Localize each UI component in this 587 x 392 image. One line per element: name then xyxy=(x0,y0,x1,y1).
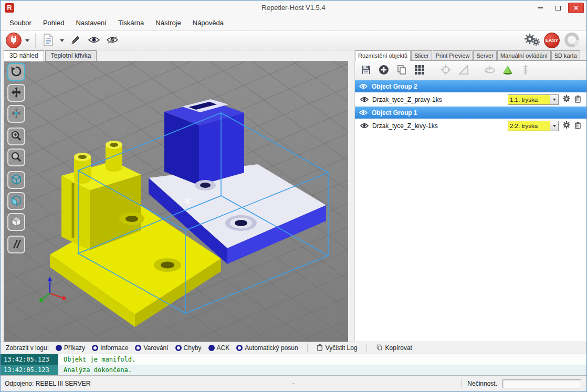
object-analysis-button[interactable] xyxy=(519,63,532,77)
separator xyxy=(366,344,367,352)
trash-icon xyxy=(317,344,323,353)
object-row[interactable]: Drzak_tyce_Z_levy-1ks 2:2. tryska xyxy=(355,119,586,133)
parallel-projection-button[interactable] xyxy=(7,236,25,253)
filter-label: Varování xyxy=(143,344,168,352)
connect-dropdown[interactable] xyxy=(24,39,30,42)
object-settings-button[interactable] xyxy=(562,121,571,131)
chevron-down-icon[interactable] xyxy=(550,121,558,131)
separator xyxy=(462,379,462,388)
edit-gcode-button[interactable] xyxy=(68,32,83,49)
save-objects-button[interactable] xyxy=(359,63,373,77)
front-view-icon xyxy=(11,195,22,208)
menu-item-napoveda[interactable]: Nápověda xyxy=(187,16,229,30)
log-filter-ack[interactable]: ACK xyxy=(208,344,230,352)
pan-view-button[interactable] xyxy=(7,84,25,102)
eye-icon[interactable] xyxy=(360,123,369,129)
object-name: Drzak_tyce_Z_pravy-1ks xyxy=(372,96,504,103)
menu-bar: Soubor Pohled Nastavení Tiskárna Nástroj… xyxy=(1,16,586,30)
extruder-select[interactable]: 2:2. tryska xyxy=(508,121,559,131)
copy-icon xyxy=(396,64,407,77)
object-group-header[interactable]: Object Group 1 xyxy=(355,107,586,119)
delete-object-button[interactable] xyxy=(574,95,581,104)
menu-item-tiskarna[interactable]: Tiskárna xyxy=(112,16,150,30)
printer-settings-button[interactable] xyxy=(522,32,541,49)
copy-icon xyxy=(376,344,383,353)
log-row: 13:42:05.123 Objekt je manifold. xyxy=(1,354,586,365)
zoom-in-button[interactable] xyxy=(7,128,25,145)
eye-off-icon xyxy=(107,36,118,45)
viewport-3d[interactable] xyxy=(4,61,348,342)
emergency-stop-button[interactable] xyxy=(562,32,581,49)
iso-view-icon xyxy=(11,174,22,187)
chevron-down-icon xyxy=(25,39,29,42)
autoposition-button[interactable] xyxy=(413,63,426,77)
separator xyxy=(307,344,308,352)
connect-button[interactable] xyxy=(6,33,22,48)
add-object-button[interactable] xyxy=(377,63,391,77)
eye-icon[interactable] xyxy=(360,97,369,102)
load-button[interactable] xyxy=(40,32,56,49)
extruder-value: 2:2. tryska xyxy=(508,121,550,131)
trash-icon xyxy=(574,95,581,104)
show-travel-button[interactable] xyxy=(104,32,120,49)
load-dropdown[interactable] xyxy=(59,39,65,42)
menu-item-nastaveni[interactable]: Nastavení xyxy=(70,16,112,30)
chevron-down-icon[interactable] xyxy=(550,95,558,104)
maximize-button[interactable] xyxy=(550,3,566,13)
status-bar: Odpojeno: REBEL III SERVER - Nečinnost. xyxy=(1,375,586,391)
tab-server[interactable]: Server xyxy=(473,50,496,60)
extruder-select[interactable]: 1:1. tryska xyxy=(508,94,559,105)
close-icon: × xyxy=(574,4,578,12)
toggle-dot-icon xyxy=(236,345,243,351)
lay-flat-button[interactable] xyxy=(501,63,515,77)
clear-log-button[interactable]: Vyčistit Log xyxy=(317,344,358,353)
tab-temperature-curve[interactable]: Teplotní křivka xyxy=(45,50,97,61)
log-filter-autoscroll[interactable]: Automatický posun xyxy=(236,344,298,352)
tab-3d-view[interactable]: 3D náhled xyxy=(4,50,44,61)
front-view-button[interactable] xyxy=(7,192,25,210)
copy-log-button[interactable]: Kopírovat xyxy=(376,344,412,353)
log-toolbar: Zobrazit v logu: Příkazy Informace Varov… xyxy=(1,342,586,354)
copy-object-button[interactable] xyxy=(395,63,408,77)
object-row[interactable]: Drzak_tyce_Z_pravy-1ks 1:1. tryska xyxy=(355,92,586,107)
tab-slicer[interactable]: Slicer xyxy=(411,50,432,60)
eye-icon[interactable] xyxy=(359,83,368,89)
toggle-dot-icon xyxy=(208,345,215,351)
document-icon xyxy=(43,34,54,48)
top-view-button[interactable] xyxy=(7,213,25,231)
move-object-button[interactable] xyxy=(7,105,25,123)
show-filament-button[interactable] xyxy=(86,32,102,49)
right-panel: Rozmístění objektů Slicer Print Preview … xyxy=(354,50,586,342)
rotate-view-button[interactable] xyxy=(7,63,25,81)
log-filter-commands[interactable]: Příkazy xyxy=(56,344,85,352)
log-filter-info[interactable]: Informace xyxy=(92,344,128,352)
tab-print-preview[interactable]: Print Preview xyxy=(433,50,473,60)
scene-3d[interactable] xyxy=(4,61,348,342)
delete-object-button[interactable] xyxy=(574,121,581,131)
menu-item-pohled[interactable]: Pohled xyxy=(37,16,70,30)
close-button[interactable]: × xyxy=(568,3,584,13)
tab-sd-card[interactable]: SD karta xyxy=(551,50,580,60)
menu-item-nastroje[interactable]: Nástroje xyxy=(150,16,186,30)
log-view[interactable]: 13:42:05.123 Objekt je manifold. 13:42:0… xyxy=(1,354,586,375)
object-group-header[interactable]: Object Group 2 xyxy=(355,80,586,92)
toggle-dot-icon xyxy=(175,345,182,351)
menu-item-soubor[interactable]: Soubor xyxy=(4,16,37,30)
eye-icon[interactable] xyxy=(359,110,368,115)
object-name: Drzak_tyce_Z_levy-1ks xyxy=(372,122,504,130)
log-filter-warnings[interactable]: Varování xyxy=(135,344,168,352)
minimize-button[interactable] xyxy=(532,3,548,13)
isometric-view-button[interactable] xyxy=(7,171,25,189)
pan-icon xyxy=(11,87,22,100)
center-object-button[interactable] xyxy=(439,63,453,77)
plus-icon xyxy=(378,64,390,77)
zoom-fit-button[interactable] xyxy=(7,149,25,166)
tab-object-placement[interactable]: Rozmístění objektů xyxy=(355,50,411,61)
scale-object-button[interactable] xyxy=(457,63,470,77)
log-filter-errors[interactable]: Chyby xyxy=(175,344,202,352)
printer-activity: Nečinnost. xyxy=(467,380,497,387)
tab-manual-control[interactable]: Manuální ovládání xyxy=(497,50,551,60)
object-settings-button[interactable] xyxy=(562,94,571,104)
rotate-object-button[interactable] xyxy=(483,63,497,77)
easy-mode-button[interactable]: EASY xyxy=(544,33,560,48)
